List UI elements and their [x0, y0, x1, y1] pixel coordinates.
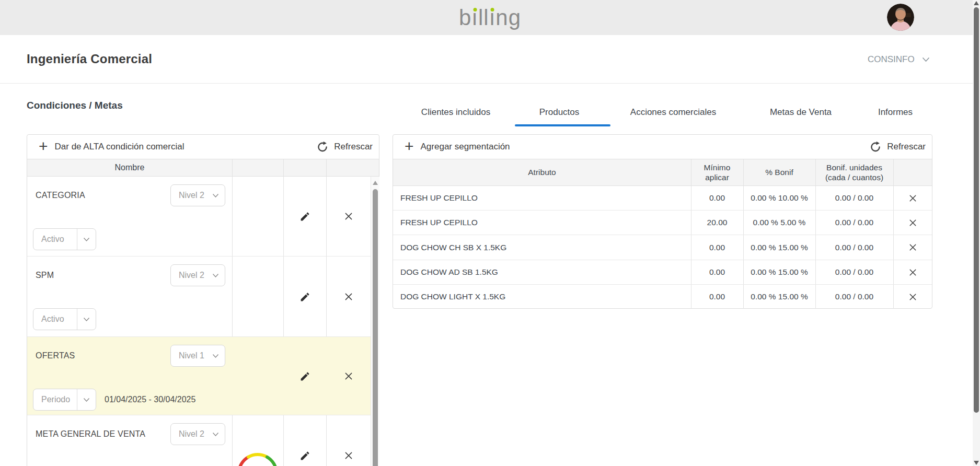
level-select[interactable]: Nivel 1	[170, 345, 225, 367]
column-header-nombre: Nombre	[27, 159, 232, 176]
avatar[interactable]	[887, 4, 914, 31]
avatar-photo	[887, 4, 914, 31]
delete-product-button[interactable]	[893, 211, 932, 235]
delete-condition-button[interactable]	[340, 367, 358, 385]
close-icon	[909, 194, 917, 202]
column-header-minimo: Mínimo aplicar	[691, 159, 743, 185]
status-select[interactable]: Activo	[33, 308, 96, 330]
add-condition-button[interactable]: + Dar de ALTA condición comercial	[27, 142, 184, 152]
bonif-unidades-value: 0.00 / 0.00	[815, 186, 893, 210]
edit-condition-button[interactable]	[296, 367, 314, 385]
logo-part: ng	[495, 5, 521, 30]
status-select-value: Periodo	[33, 389, 77, 410]
conditions-scrollbar[interactable]	[371, 177, 379, 466]
products-toolbar: + Agregar segmentación Refrescar	[393, 135, 932, 159]
close-icon	[909, 269, 917, 276]
level-select-value: Nivel 2	[171, 424, 206, 445]
minimo-value: 20.00	[691, 211, 743, 235]
scroll-up-arrow-icon[interactable]	[373, 181, 378, 185]
conditions-toolbar: + Dar de ALTA condición comercial Refres…	[27, 135, 379, 159]
account-name: CONSINFO	[868, 54, 915, 65]
conditions-panel: + Dar de ALTA condición comercial Refres…	[27, 134, 379, 466]
chevron-down-icon	[83, 317, 90, 322]
status-select[interactable]: Activo	[33, 228, 96, 250]
tab-clientes-incluidos[interactable]: Clientes incluidos	[421, 107, 490, 118]
refresh-label: Refrescar	[887, 142, 926, 152]
section-title: Condiciones / Metas	[27, 100, 123, 111]
logo-i-dot: ı	[489, 5, 496, 30]
refresh-label: Refrescar	[334, 142, 373, 152]
delete-condition-button[interactable]	[340, 207, 358, 225]
product-row: DOG CHOW LIGHT X 1.5KG 0.00 0.00 % 15.00…	[393, 285, 932, 309]
edit-condition-button[interactable]	[296, 288, 314, 306]
condition-row-ofertas: OFERTAS Nivel 1 Periodo 01/04/2025 - 30/…	[27, 337, 371, 415]
close-icon	[909, 293, 917, 301]
minimo-value: 0.00	[691, 285, 743, 309]
delete-condition-button[interactable]	[340, 288, 358, 306]
logo-part: b	[459, 5, 471, 30]
refresh-icon	[870, 141, 881, 153]
minimo-value: 0.00	[691, 235, 743, 260]
level-select[interactable]: Nivel 2	[170, 423, 225, 445]
chevron-down-icon	[83, 237, 90, 242]
close-icon	[344, 293, 353, 301]
edit-condition-button[interactable]	[296, 447, 314, 464]
page-scrollbar[interactable]	[973, 0, 980, 466]
product-name: DOG CHOW LIGHT X 1.5KG	[393, 285, 691, 309]
bonif-value: 0.00 % 15.00 %	[743, 260, 815, 284]
tab-acciones-comerciales[interactable]: Acciones comerciales	[630, 107, 716, 118]
scroll-down-arrow-icon[interactable]	[974, 461, 979, 465]
products-table-header: Atributo Mínimo aplicar % Bonif Bonif. u…	[393, 159, 932, 186]
delete-condition-button[interactable]	[340, 447, 358, 464]
products-panel: + Agregar segmentación Refrescar Atribut…	[393, 134, 932, 309]
status-select-value: Activo	[33, 309, 77, 330]
page-scrollbar-thumb[interactable]	[974, 7, 979, 413]
product-row: DOG CHOW AD SB 1.5KG 0.00 0.00 % 15.00 %…	[393, 260, 932, 285]
app-root: bıllıng Ingeniería Comercial CONSINFO Co…	[0, 0, 980, 466]
product-row: FRESH UP CEPILLO 20.00 0.00 % 5.00 % 0.0…	[393, 211, 932, 235]
column-header-bonif-unidades: Bonif. unidades (cada / cuantos)	[815, 159, 893, 185]
tab-metas-de-venta[interactable]: Metas de Venta	[770, 107, 832, 118]
condition-row-categoria: CATEGORIA Nivel 2 Activo	[27, 177, 371, 257]
billing-logo: bıllıng	[0, 0, 980, 35]
level-select-value: Nivel 2	[171, 265, 206, 286]
close-icon	[909, 219, 917, 227]
edit-condition-button[interactable]	[296, 207, 314, 225]
plus-icon: +	[405, 141, 414, 152]
conditions-table-header: Nombre	[27, 159, 379, 177]
delete-product-button[interactable]	[893, 186, 932, 210]
delete-product-button[interactable]	[893, 285, 932, 309]
status-select[interactable]: Periodo	[33, 389, 96, 411]
condition-row-spm: SPM Nivel 2 Activo	[27, 257, 371, 337]
bonif-value: 0.00 % 5.00 %	[743, 211, 815, 235]
refresh-products-button[interactable]: Refrescar	[870, 141, 932, 153]
scrollbar-thumb[interactable]	[373, 189, 378, 466]
pencil-icon	[299, 211, 310, 222]
bonif-unidades-value: 0.00 / 0.00	[815, 235, 893, 260]
delete-product-button[interactable]	[893, 260, 932, 284]
condition-name: META GENERAL DE VENTA	[36, 429, 145, 439]
bonif-value: 0.00 % 15.00 %	[743, 285, 815, 309]
level-select[interactable]: Nivel 2	[170, 184, 225, 206]
scroll-up-arrow-icon[interactable]	[974, 1, 979, 5]
refresh-conditions-button[interactable]: Refrescar	[317, 141, 379, 153]
add-segmentation-button[interactable]: + Agregar segmentación	[393, 142, 510, 152]
level-select[interactable]: Nivel 2	[170, 264, 225, 286]
product-name: DOG CHOW AD SB 1.5KG	[393, 260, 691, 284]
condition-name: SPM	[36, 271, 54, 280]
period-range: 01/04/2025 - 30/04/2025	[105, 395, 195, 404]
product-row: FRESH UP CEPILLO 0.00 0.00 % 10.00 % 0.0…	[393, 186, 932, 211]
bonif-unidades-value: 0.00 / 0.00	[815, 211, 893, 235]
level-select-value: Nivel 1	[171, 345, 206, 366]
plus-icon: +	[39, 141, 48, 152]
page-title: Ingeniería Comercial	[27, 52, 152, 66]
delete-product-button[interactable]	[893, 235, 932, 260]
bonif-value: 0.00 % 10.00 %	[743, 186, 815, 210]
tab-productos[interactable]: Productos	[539, 107, 580, 118]
bonif-value: 0.00 % 15.00 %	[743, 235, 815, 260]
refresh-icon	[317, 141, 328, 153]
tab-informes[interactable]: Informes	[878, 107, 913, 118]
level-select-value: Nivel 2	[171, 185, 206, 206]
account-selector[interactable]: CONSINFO	[868, 54, 930, 65]
gauge-icon	[236, 451, 280, 466]
